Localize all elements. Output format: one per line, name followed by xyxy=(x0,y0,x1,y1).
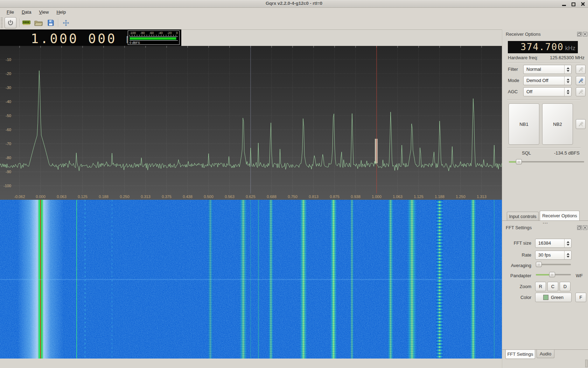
spin-arrows[interactable] xyxy=(564,239,571,247)
tab-receiver-options[interactable]: Receiver Options xyxy=(540,211,580,220)
toolbar-grip[interactable] xyxy=(1,18,3,28)
scrollbar-corner[interactable] xyxy=(585,360,588,367)
spin-down-icon[interactable] xyxy=(567,93,569,94)
save-button[interactable] xyxy=(47,19,55,27)
close-button[interactable] xyxy=(580,1,585,6)
x-axis-label: 0.375 xyxy=(158,195,176,199)
x-axis-label: 0.438 xyxy=(178,195,197,199)
menu-item-view[interactable]: View xyxy=(35,8,52,16)
color-select[interactable]: Green xyxy=(535,293,572,302)
x-axis-label: 1.125 xyxy=(410,195,428,199)
offset-frequency-unit: kHz xyxy=(565,45,575,52)
x-axis-label: 1.250 xyxy=(451,195,470,199)
pandapter-slider-handle[interactable] xyxy=(549,272,555,277)
agc-options-button[interactable] xyxy=(576,87,586,96)
iq-recorder-button[interactable] xyxy=(22,19,30,27)
fft-size-value: 16384 xyxy=(538,240,551,246)
nb-options-button[interactable] xyxy=(576,119,586,129)
spin-up-icon[interactable] xyxy=(567,67,569,69)
power-icon xyxy=(7,19,14,26)
rate-value: 30 fps xyxy=(538,252,551,258)
minimize-button[interactable] xyxy=(561,1,566,6)
frequency-digits[interactable]: 1.000 000 MHz xyxy=(31,31,145,46)
spin-down-icon[interactable] xyxy=(567,70,569,72)
offset-frequency-value[interactable]: 374.700 xyxy=(520,42,564,52)
dock-float-button[interactable] xyxy=(577,225,582,230)
menu-item-help[interactable]: Help xyxy=(52,8,70,16)
frequency-value[interactable]: 1.000 000 xyxy=(31,31,117,46)
meter-ticks xyxy=(130,35,178,36)
color-label: Color xyxy=(502,295,531,300)
menu-item-file[interactable]: File xyxy=(3,8,18,16)
fill-button[interactable]: F xyxy=(575,293,586,302)
x-axis-label: -0.062 xyxy=(10,195,29,199)
y-axis-label: -90 xyxy=(1,170,11,174)
meter-divider xyxy=(130,36,178,37)
spin-down-icon[interactable] xyxy=(567,256,569,258)
tab-input-controls[interactable]: Input controls xyxy=(507,212,539,220)
spin-up-icon[interactable] xyxy=(567,253,569,255)
tab-fft-settings[interactable]: FFT Settings xyxy=(505,350,535,359)
zoom-c-button[interactable]: C xyxy=(547,282,558,291)
receiver-options-title: Receiver Options xyxy=(506,32,541,37)
y-axis-label: -50 xyxy=(1,114,11,118)
spectrum-plot[interactable]: -10-20-30-40-50-60-70-80-90-100 -0.0620.… xyxy=(0,46,502,200)
filter-label: Filter xyxy=(508,67,518,72)
agc-spinbox[interactable]: Off xyxy=(523,87,572,96)
nb2-button[interactable]: NB2 xyxy=(542,103,573,145)
open-button[interactable] xyxy=(34,19,43,27)
x-axis-label: 0.688 xyxy=(262,195,281,199)
offset-frequency-display[interactable]: 374.700kHz xyxy=(508,41,578,53)
tabbar-baseline xyxy=(502,220,588,221)
close-icon xyxy=(581,2,585,6)
filter-options-button[interactable] xyxy=(576,65,586,74)
sql-slider-fill xyxy=(509,161,517,163)
averaging-slider-handle[interactable] xyxy=(536,262,542,267)
spin-arrows[interactable] xyxy=(564,76,571,85)
zoom-d-button[interactable]: D xyxy=(560,282,570,291)
menu-bar: FileDataViewHelp xyxy=(0,8,588,16)
meter-caption: 0 dBFS xyxy=(130,41,178,45)
spin-arrows[interactable] xyxy=(564,88,571,96)
y-axis-label: -100 xyxy=(1,184,11,188)
waterfall-glitch-row xyxy=(0,279,502,280)
spin-up-icon[interactable] xyxy=(567,241,569,243)
mode-options-button[interactable] xyxy=(576,76,586,85)
float-icon xyxy=(578,33,581,36)
hardware-freq-label: Hardware freq: xyxy=(508,55,538,60)
toolbar xyxy=(0,16,588,30)
x-axis-label: 0.250 xyxy=(115,195,134,199)
wrench-icon xyxy=(578,122,583,127)
agc-value: Off xyxy=(526,89,532,94)
meter-scale-tick: -60 xyxy=(149,31,154,35)
waterfall-display[interactable] xyxy=(0,200,502,359)
splitter-handle[interactable]: ••• xyxy=(543,222,548,225)
pan-button[interactable] xyxy=(62,19,70,27)
hardware-freq-value: 125.625300 MHz xyxy=(550,55,584,60)
filter-spinbox[interactable]: Normal xyxy=(523,65,572,74)
window-title: Gqrx v2.2.0-4-g12c0 - rtl=0 xyxy=(0,1,588,6)
y-axis-label: -40 xyxy=(1,100,11,104)
title-bar: Gqrx v2.2.0-4-g12c0 - rtl=0 xyxy=(0,0,588,8)
dock-close-button[interactable] xyxy=(583,225,587,230)
menu-item-data[interactable]: Data xyxy=(18,8,35,16)
power-button[interactable] xyxy=(5,17,16,28)
fft-size-spinbox[interactable]: 16384 xyxy=(535,239,572,248)
frequency-display[interactable]: 1.000 000 MHz -100-80-60-40-200 0 dBFS xyxy=(0,29,181,46)
spin-arrows[interactable] xyxy=(564,251,571,259)
spin-down-icon[interactable] xyxy=(567,81,569,83)
dock-close-button[interactable] xyxy=(583,32,587,36)
spin-down-icon[interactable] xyxy=(567,244,569,246)
restore-button[interactable] xyxy=(571,1,576,6)
sql-slider-handle[interactable] xyxy=(516,159,522,164)
dock-float-button[interactable] xyxy=(577,32,582,36)
meter-scale: -100-80-60-40-200 xyxy=(130,31,178,35)
tab-audio[interactable]: Audio xyxy=(537,350,554,358)
zoom-r-button[interactable]: R xyxy=(535,282,546,291)
spin-up-icon[interactable] xyxy=(567,90,569,91)
nb1-button[interactable]: NB1 xyxy=(509,103,539,145)
mode-spinbox[interactable]: Demod Off xyxy=(523,76,572,85)
spin-up-icon[interactable] xyxy=(567,79,569,80)
rate-spinbox[interactable]: 30 fps xyxy=(535,251,572,260)
spin-arrows[interactable] xyxy=(564,65,571,74)
